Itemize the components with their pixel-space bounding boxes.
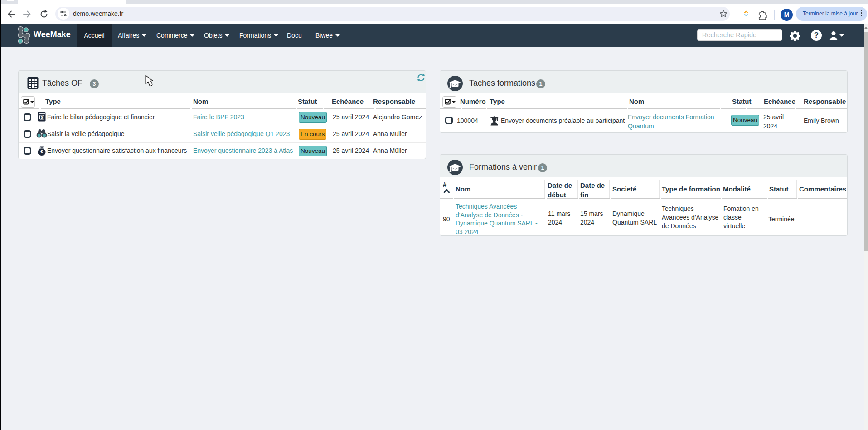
svg-text:€: € bbox=[40, 149, 43, 154]
svg-text:$: $ bbox=[40, 115, 43, 120]
